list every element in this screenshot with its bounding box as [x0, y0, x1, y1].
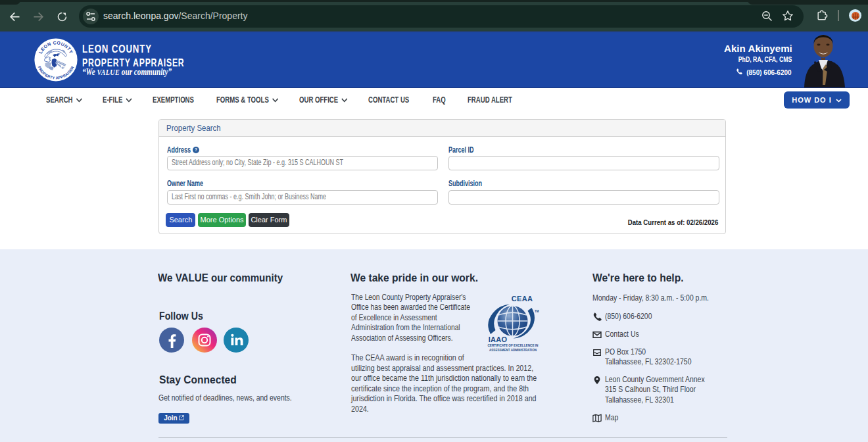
svg-text:?: ?	[195, 147, 197, 152]
svg-text:IAAO: IAAO	[489, 335, 508, 343]
svg-text:TM: TM	[535, 310, 539, 313]
svg-text:CEAA: CEAA	[512, 295, 533, 303]
svg-text:ASSESSMENT ADMINISTRATION: ASSESSMENT ADMINISTRATION	[489, 348, 537, 352]
svg-text:CERTIFICATE OF EXCELLENCE IN: CERTIFICATE OF EXCELLENCE IN	[488, 343, 539, 347]
